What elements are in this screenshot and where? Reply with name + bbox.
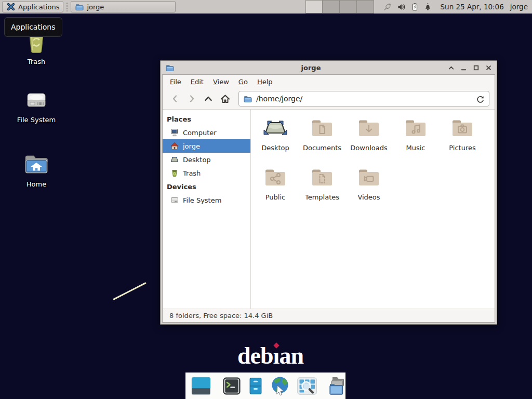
desktop-mini-icon (170, 155, 179, 164)
workspace-switcher[interactable] (305, 0, 374, 14)
file-item-documents[interactable]: Documents (299, 116, 345, 165)
sidebar: PlacesComputerjorgeDesktopTrashDevicesFi… (163, 110, 251, 309)
dock-app-finder-button[interactable] (296, 376, 318, 396)
file-item-public[interactable]: Public (252, 165, 299, 215)
bottom-dock (185, 373, 345, 399)
workspace-1[interactable] (305, 0, 323, 14)
taskbar-window-button[interactable]: jorge (71, 1, 176, 12)
window-folder-icon (165, 63, 175, 72)
trash-mini-icon (170, 169, 179, 177)
sidebar-item-file-system[interactable]: File System (163, 193, 250, 207)
up-button[interactable] (201, 91, 216, 106)
close-button[interactable] (485, 64, 492, 71)
applications-menu-label: Applications (18, 3, 59, 11)
dock-desktop-icon (189, 375, 213, 397)
file-item-pictures[interactable]: Pictures (439, 116, 486, 165)
folder-templates-icon (310, 165, 335, 190)
sidebar-item-computer[interactable]: Computer (163, 126, 250, 139)
shade-button[interactable] (447, 64, 455, 71)
desktop-line-artifact (113, 282, 147, 300)
top-panel: Applications jorge Sun 25 Apr, 10:06 jor… (0, 0, 532, 14)
file-item-label: Music (406, 144, 425, 152)
file-item-music[interactable]: Music (392, 116, 439, 165)
statusbar-text: 8 folders, Free space: 14.4 GiB (169, 312, 273, 320)
file-item-desktop[interactable]: Desktop (252, 116, 299, 165)
toolbar: /home/jorge/ (163, 88, 495, 110)
menu-help[interactable]: Help (253, 76, 277, 87)
file-item-templates[interactable]: Templates (299, 165, 345, 215)
workspace-3[interactable] (340, 0, 357, 14)
panel-username[interactable]: jorge (510, 3, 528, 11)
workspace-4[interactable] (357, 0, 374, 14)
sidebar-item-label: Trash (183, 169, 201, 177)
applications-menu-button[interactable]: Applications (2, 1, 63, 12)
menu-file[interactable]: File (166, 76, 185, 87)
folder-music-icon (403, 116, 428, 141)
sidebar-item-jorge[interactable]: jorge (163, 139, 250, 153)
file-item-label: Desktop (261, 144, 289, 152)
drive-mini-icon (170, 196, 179, 204)
desktop-icon-label: Home (26, 180, 46, 188)
sidebar-item-label: Computer (183, 129, 217, 137)
back-button[interactable] (168, 91, 182, 106)
folder-public-icon (263, 165, 288, 190)
tasklist-handle (65, 2, 69, 11)
dock-file-manager-button[interactable] (326, 375, 349, 397)
home-red-icon (170, 142, 179, 150)
taskbar-window-label: jorge (87, 3, 104, 11)
debian-logo: debıan (237, 342, 303, 369)
window-title: jorge (175, 64, 447, 72)
xfce-menu-icon (6, 2, 16, 11)
file-item-label: Templates (305, 193, 339, 201)
desktop-special-icon (263, 116, 288, 141)
dock-finder-icon (296, 376, 318, 396)
window-titlebar[interactable]: jorge (162, 61, 495, 74)
folder-downloads-icon (356, 116, 381, 141)
dock-browser-icon (269, 375, 292, 397)
menu-view[interactable]: View (209, 76, 233, 87)
folder-videos-icon (356, 165, 381, 190)
folder-pictures-icon (450, 116, 475, 141)
desktop-icon-label: Trash (28, 58, 45, 65)
folder-icon (75, 3, 84, 11)
dock-web-browser-button[interactable] (269, 375, 292, 397)
sidebar-item-label: jorge (183, 142, 200, 150)
volume-icon[interactable] (397, 3, 406, 11)
menu-edit[interactable]: Edit (187, 76, 208, 87)
minimize-button[interactable] (460, 64, 467, 71)
refresh-icon[interactable] (476, 95, 485, 103)
file-view: DesktopDocumentsDownloadsMusicPicturesPu… (251, 110, 495, 309)
dock-show-desktop-button[interactable] (189, 375, 213, 397)
drive-big-icon (24, 88, 49, 113)
sidebar-item-trash[interactable]: Trash (163, 166, 250, 180)
file-item-label: Public (265, 193, 285, 201)
bell-icon[interactable] (423, 2, 432, 11)
sidebar-section-places: Places (163, 112, 250, 126)
file-manager-window: jorge FileEditViewGoHelp (160, 60, 497, 325)
sidebar-item-label: Desktop (183, 156, 211, 164)
clock[interactable]: Sun 25 Apr, 10:06 (441, 3, 504, 11)
sidebar-item-desktop[interactable]: Desktop (163, 153, 250, 166)
file-item-label: Downloads (350, 144, 387, 152)
sidebar-item-label: File System (183, 196, 221, 204)
dock-terminal-button[interactable] (221, 376, 242, 396)
menu-go[interactable]: Go (234, 76, 252, 87)
plug-icon[interactable] (382, 2, 392, 12)
computer-icon (170, 128, 179, 137)
desktop-icon-home[interactable]: Home (9, 151, 63, 188)
dock-cabinet-icon (246, 375, 265, 397)
system-tray (382, 2, 432, 12)
maximize-button[interactable] (472, 64, 480, 71)
workspace-2[interactable] (323, 0, 340, 14)
dock-file-cabinet-button[interactable] (246, 375, 265, 397)
home-button[interactable] (218, 91, 232, 106)
path-entry[interactable]: /home/jorge/ (238, 91, 489, 107)
file-item-videos[interactable]: Videos (345, 165, 392, 215)
desktop-icon-file-system[interactable]: File System (9, 88, 63, 124)
file-item-downloads[interactable]: Downloads (345, 116, 392, 165)
battery-icon[interactable] (411, 2, 419, 11)
forward-button[interactable] (184, 91, 199, 106)
file-item-label: Videos (357, 193, 380, 201)
home-big-icon (22, 151, 50, 178)
statusbar: 8 folders, Free space: 14.4 GiB (163, 309, 495, 322)
